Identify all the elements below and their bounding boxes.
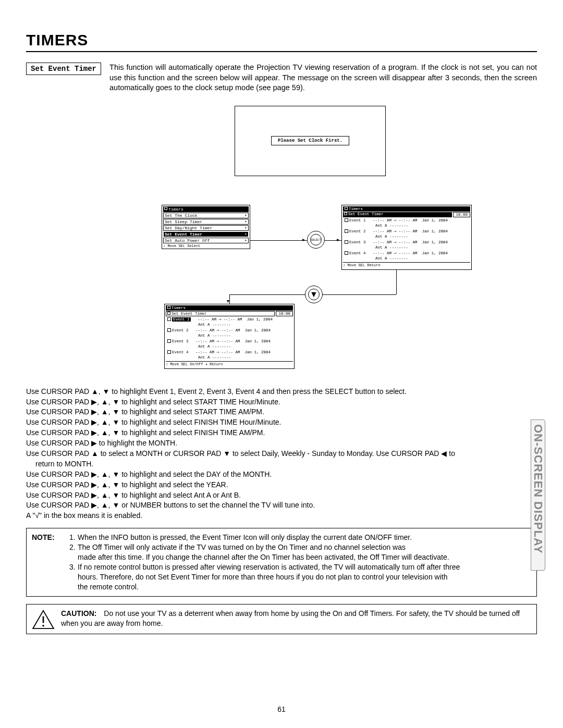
- event-subtitle-text: Set Event Timer: [348, 212, 384, 217]
- svg-point-2: [42, 625, 44, 627]
- diagram-area: Please Set Clock First. Timers Set The C…: [73, 106, 490, 374]
- instruction-line: Use CURSOR PAD ▲, ▼ to highlight Event 1…: [26, 387, 537, 397]
- menu-item-2: Set Day/Night Timer▸: [163, 225, 249, 231]
- instruction-line: A "√" in the box means it is enabled.: [26, 511, 537, 521]
- instruction-line: Use CURSOR PAD ▶, ▲, ▼ to highlight and …: [26, 480, 537, 490]
- event-row-4-ant: Ant A --------: [343, 256, 470, 261]
- flow-line: [396, 270, 397, 294]
- event-footer-text: ↕ Move SEL Return: [343, 262, 470, 267]
- caution-label: CAUTION:: [61, 609, 96, 618]
- note-content: 1.When the INFO button is pressed, the E…: [69, 533, 531, 591]
- event-timer-screen-right: Timers Set Event Timer 10:00 Event 1 --:…: [341, 205, 472, 270]
- instruction-line: Use CURSOR PAD ▶, ▲, ▼ to highlight and …: [26, 428, 537, 438]
- flow-line: [323, 294, 396, 295]
- event-row-1-ant: Ant A --------: [343, 223, 470, 228]
- instruction-line: Use CURSOR PAD ▲ to select a MONTH or CU…: [26, 449, 537, 459]
- caution-content: CAUTION: Do not use your TV as a deterre…: [61, 609, 531, 630]
- page-title: TIMERS: [26, 31, 537, 49]
- event-footer-text: ↕ Move SEL On/Off ◂ Return: [166, 361, 293, 366]
- event-row-3-ant: Ant A --------: [343, 245, 470, 250]
- timers-menu: Timers Set The Clock▸ Set Sleep Timer▸ S…: [162, 205, 250, 249]
- menu-item-3-highlighted: Set Event Timer▸: [163, 231, 249, 237]
- page-number: 61: [277, 705, 286, 713]
- event-row-1: Event 1 --:-- AM ⟶ --:-- AM Jan 1, 2004: [343, 217, 470, 223]
- arrowhead-right-icon: ▸: [302, 237, 305, 242]
- intro-text: This function will automatically operate…: [109, 63, 537, 93]
- instructions-list: Use CURSOR PAD ▲, ▼ to highlight Event 1…: [26, 387, 537, 521]
- caution-text: Do not use your TV as a deterrent when a…: [61, 609, 520, 627]
- event-row-1-ant: Ant A --------: [166, 322, 293, 327]
- menu-item-4: Set Auto Power Off▸: [163, 238, 249, 243]
- flow-line: [250, 240, 307, 241]
- menu-item-0: Set The Clock▸: [163, 213, 249, 218]
- event-title-text: Timers: [349, 207, 363, 211]
- event-row-2-ant: Ant A --------: [166, 333, 293, 338]
- note-label: NOTE:: [32, 533, 69, 591]
- instruction-line: Use CURSOR PAD ▶, ▲, ▼ to highlight and …: [26, 417, 537, 427]
- instruction-line-cont: return to MONTH.: [35, 459, 537, 469]
- event-row-4: Event 4 --:-- AM ⟶ --:-- AM Jan 1, 2004: [343, 250, 470, 256]
- clock-warning-screen: Please Set Clock First.: [235, 106, 386, 176]
- event-row-2: Event 2 --:-- AM ⟶ --:-- AM Jan 1, 2004: [166, 327, 293, 333]
- event-subtitle-text: Set Event Timer: [172, 312, 207, 316]
- event-row-3: Event 3 --:-- AM ⟶ --:-- AM Jan 1, 2004: [343, 239, 470, 245]
- warning-triangle-icon: [32, 610, 55, 630]
- arrowhead-down-icon: ▾: [227, 299, 229, 304]
- clock-warning-message: Please Set Clock First.: [271, 136, 349, 145]
- section-label: Set Event Timer: [26, 63, 101, 75]
- event-time-text: 10:00: [453, 212, 470, 217]
- menu-item-1: Set Sleep Timer▸: [163, 219, 249, 225]
- event-row-4-ant: Ant A --------: [166, 355, 293, 360]
- instruction-line: Use CURSOR PAD ▶, ▲, ▼ or NUMBER buttons…: [26, 500, 537, 510]
- title-rule: [26, 51, 537, 52]
- flow-line: [229, 294, 305, 295]
- instruction-line: Use CURSOR PAD ▶, ▲, ▼ to highlight and …: [26, 470, 537, 479]
- flow-line: [229, 294, 230, 304]
- event-time-text: 10:00: [276, 311, 293, 316]
- event-row-3-ant: Ant A --------: [166, 344, 293, 349]
- select-button-icon: SELECT: [307, 231, 325, 249]
- menu-title: Timers: [163, 206, 249, 212]
- instruction-line: Use CURSOR PAD ▶, ▲, ▼ to highlight and …: [26, 397, 537, 407]
- event-row-1-highlighted: Event 1 --:-- AM ⟶ --:-- AM Jan 1, 2004: [166, 316, 293, 322]
- instruction-line: Use CURSOR PAD ▶, ▲, ▼ to highlight and …: [26, 407, 537, 417]
- event-title-text: Timers: [172, 306, 186, 310]
- arrowhead-right-icon: ▸: [337, 237, 339, 242]
- event-row-2-ant: Ant A --------: [343, 234, 470, 239]
- instruction-line: Use CURSOR PAD ▶, ▲, ▼ to highlight and …: [26, 490, 537, 500]
- caution-box: CAUTION: Do not use your TV as a deterre…: [26, 604, 537, 634]
- event-timer-screen-bottom: Timers Set Event Timer 10:00 Event 1 --:…: [164, 304, 295, 369]
- event-row-4: Event 4 --:-- AM ⟶ --:-- AM Jan 1, 2004: [166, 349, 293, 355]
- side-tab: ON-SCREEN DISPLAY: [531, 419, 545, 571]
- intro-row: Set Event Timer This function will autom…: [26, 63, 537, 93]
- menu-footer: ↕ Move SEL Select: [163, 243, 249, 248]
- event-row-3: Event 3 --:-- AM ⟶ --:-- AM Jan 1, 2004: [166, 338, 293, 344]
- instruction-line: Use CURSOR PAD ▶ to highlight the MONTH.: [26, 438, 537, 448]
- menu-title-text: Timers: [168, 207, 183, 212]
- event-row-2: Event 2 --:-- AM ⟶ --:-- AM Jan 1, 2004: [343, 228, 470, 234]
- note-box: NOTE: 1.When the INFO button is pressed,…: [26, 528, 537, 596]
- down-button-icon: ▼: [305, 286, 323, 303]
